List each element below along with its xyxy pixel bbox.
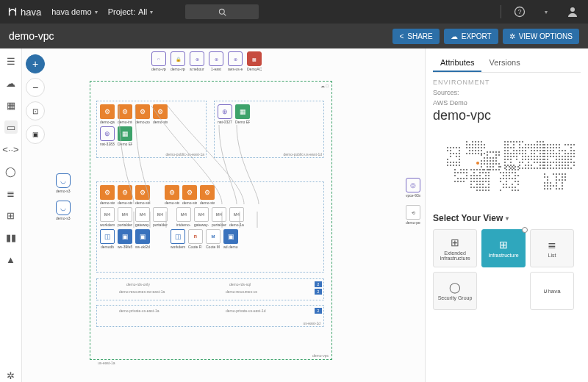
hava-logo-icon [7, 7, 18, 17]
windows-icon: ⊞ [499, 239, 508, 251]
sidenav: ☰ ☁ ▦ ▭ <··> ◯ ≣ ⊞ ▮▮ ▲ ✲ [0, 48, 22, 382]
account-menu[interactable]: ▾ [538, 4, 554, 20]
elb-icon[interactable]: ⚙ [100, 185, 115, 200]
internet-gateway-icon[interactable]: ∩ [151, 51, 166, 66]
world-map [434, 134, 581, 204]
chevron-down-icon: ▾ [545, 9, 548, 15]
cache-icon[interactable]: M [206, 229, 220, 244]
layer-button[interactable]: ▣ [26, 125, 45, 144]
view-security-group[interactable]: ◯ Security Group [433, 272, 477, 310]
nat-gateway-icon[interactable]: ⊕ [100, 126, 115, 141]
list-icon: ≣ [548, 239, 556, 251]
nav-list-icon[interactable]: ≣ [4, 187, 18, 200]
region-marker-icon [476, 162, 479, 165]
workspace-dropdown[interactable]: hava demo ▾ [51, 7, 97, 16]
subnet-rds-a: demo-rds-only 2 demo-rds-sql demo-resour… [96, 278, 324, 300]
vpc-endpoint-icon[interactable]: ◎ [406, 178, 420, 192]
elb-icon[interactable]: ⚙ [182, 185, 197, 200]
nav-grid-icon[interactable]: ▦ [4, 98, 18, 112]
cache-icon[interactable]: R [188, 229, 203, 244]
chevron-down-icon: ▾ [150, 9, 153, 15]
workspace-icon[interactable]: ▣ [135, 229, 150, 244]
ec2-instance-icon[interactable]: M4 [194, 207, 209, 222]
nav-menu-icon[interactable]: ☰ [4, 54, 18, 68]
elb-icon[interactable]: ⚙ [118, 104, 132, 119]
main-area: ☰ ☁ ▦ ▭ <··> ◯ ≣ ⊞ ▮▮ ▲ ✲ + − ⊡ ▣ ∩demo-… [0, 48, 588, 382]
elb-icon[interactable]: ⚙ [100, 104, 115, 119]
logo-text: hava [21, 7, 41, 18]
workspace-icon[interactable]: ▣ [118, 229, 132, 244]
peering-icon[interactable]: ⟲ [406, 205, 420, 220]
rds-icon[interactable]: ◫ [100, 229, 115, 244]
inspector-panel: Attributes Versions ENVIRONMENT Sources:… [425, 48, 588, 382]
nacl-icon[interactable]: ▩ [247, 51, 262, 66]
share-icon: < [399, 32, 404, 40]
ec2-instance-icon[interactable]: M4 [118, 207, 132, 222]
efs-icon[interactable]: ▦ [118, 126, 132, 141]
tab-versions[interactable]: Versions [481, 54, 527, 72]
vpn-gateway-icon[interactable]: 🔒 [171, 51, 185, 66]
nav-alert-icon[interactable]: ▲ [4, 253, 18, 266]
nav-cloud-icon[interactable]: ☁ [4, 76, 18, 90]
nav-settings-icon[interactable]: ✲ [4, 369, 18, 382]
cloud-download-icon: ☁ [451, 32, 458, 40]
workspace-name: hava demo [51, 7, 91, 16]
directory-icon[interactable]: ▣ [223, 229, 238, 244]
nav-code-icon[interactable]: <··> [4, 143, 18, 156]
elb-icon[interactable]: ⚙ [165, 185, 179, 200]
select-view-header[interactable]: Select Your View ▾ [433, 213, 581, 223]
elb-icon[interactable]: ⚙ [200, 185, 215, 200]
route-icon[interactable]: ⊕ [228, 51, 243, 66]
search-input[interactable] [185, 4, 259, 19]
subnet-public-a: ⚙demo-gate ⚙demo-interf ace ⚙demo-portal… [96, 101, 207, 158]
view-list[interactable]: ≣ List [530, 229, 574, 267]
elb-icon[interactable]: ⚙ [135, 185, 150, 200]
s3-bucket-icon[interactable]: ◡ [56, 201, 71, 215]
subnet-private: ⚙demo-stam ⚙demo-stam ⚙demo-stam ⚙demo-s… [96, 181, 324, 273]
view-infrastructure[interactable]: ⊞ Infrastructure [481, 229, 526, 267]
elb-icon[interactable]: ⚙ [135, 104, 150, 119]
route-icon[interactable]: ⊕ [190, 51, 204, 66]
nav-laptop-icon[interactable]: ▭ [4, 120, 18, 134]
help-icon[interactable]: ? [512, 4, 528, 20]
elb-icon[interactable]: ⚙ [118, 185, 132, 200]
windows-icon: ⊞ [451, 237, 459, 248]
svg-line-1 [223, 13, 226, 15]
chevron-down-icon: ▾ [95, 9, 98, 15]
view-extended-infrastructure[interactable]: ⊞ Extended Infrastructure [433, 229, 477, 267]
ec2-instance-icon[interactable]: M4 [176, 207, 191, 222]
view-options-button[interactable]: ✲ VIEW OPTIONS [503, 29, 579, 44]
elb-icon[interactable]: ⚙ [153, 104, 168, 119]
environment-title: demo-vpc [9, 30, 54, 42]
share-button[interactable]: < SHARE [392, 29, 439, 44]
efs-icon[interactable]: ▦ [235, 104, 250, 119]
tab-attributes[interactable]: Attributes [433, 54, 481, 72]
s3-bucket-icon[interactable]: ◡ [56, 173, 71, 188]
svg-text:?: ? [517, 8, 521, 15]
ec2-instance-icon[interactable]: M4 [229, 207, 244, 222]
ec2-instance-icon[interactable]: M4 [135, 207, 150, 222]
nat-gateway-icon[interactable]: ⊕ [218, 104, 232, 119]
vpc-container: ☁ □ ⚙demo-gate ⚙demo-interf ace ⚙demo-po… [90, 81, 332, 360]
subnet-rds-b: demo-private-us-east-1a 2 demo-private-u… [96, 305, 324, 327]
nav-table-icon[interactable]: ⊞ [4, 209, 18, 222]
shield-icon: ◯ [449, 281, 461, 293]
ec2-instance-icon[interactable]: M4 [153, 207, 168, 222]
panel-tabs: Attributes Versions [433, 54, 581, 73]
ec2-instance-icon[interactable]: M4 [212, 207, 226, 222]
user-icon[interactable] [564, 4, 581, 20]
svg-point-0 [219, 9, 224, 14]
export-button[interactable]: ☁ EXPORT [444, 29, 498, 44]
nav-chart-icon[interactable]: ▮▮ [4, 231, 18, 244]
zoom-in-button[interactable]: + [26, 54, 45, 73]
zoom-out-button[interactable]: − [26, 78, 45, 97]
gateway-row: ∩demo-vpc 🔒demo-vpcg ⊕a:nebource-to hp t… [151, 51, 262, 71]
nav-shield-icon[interactable]: ◯ [4, 165, 18, 178]
rds-icon[interactable]: ◫ [171, 229, 185, 244]
diagram-canvas[interactable]: + − ⊡ ▣ ∩demo-vpc 🔒demo-vpcg ⊕a:nebource… [22, 48, 425, 382]
vpc-diagram: ∩demo-vpc 🔒demo-vpcg ⊕a:nebource-to hp t… [49, 48, 425, 382]
route-icon[interactable]: ⊕ [209, 51, 223, 66]
project-dropdown[interactable]: Project: All ▾ [108, 7, 154, 16]
ec2-instance-icon[interactable]: M4 [100, 207, 115, 222]
fit-button[interactable]: ⊡ [26, 101, 45, 120]
